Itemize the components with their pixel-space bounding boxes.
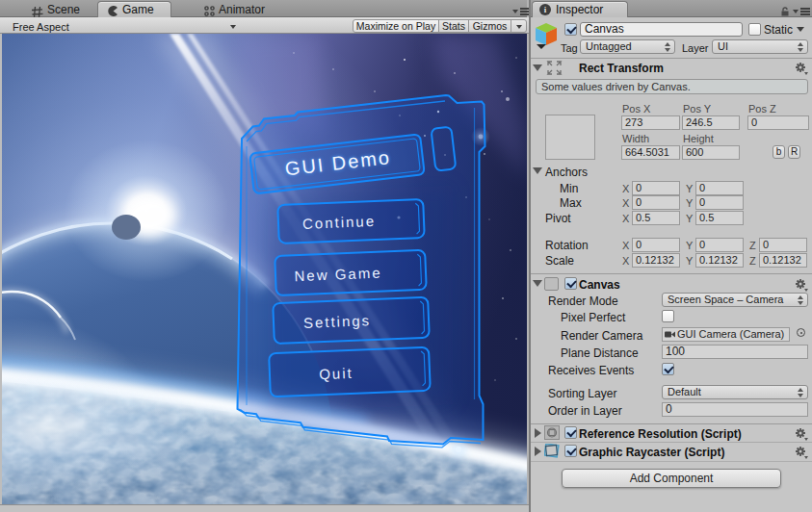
svg-text:Settings: Settings	[303, 312, 372, 331]
svg-text:Quit: Quit	[319, 365, 354, 382]
svg-text:Continue: Continue	[302, 213, 377, 232]
